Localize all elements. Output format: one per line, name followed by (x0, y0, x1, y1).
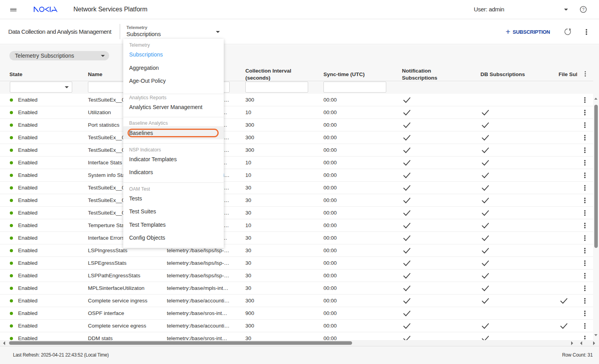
svg-text:?: ? (582, 7, 584, 12)
